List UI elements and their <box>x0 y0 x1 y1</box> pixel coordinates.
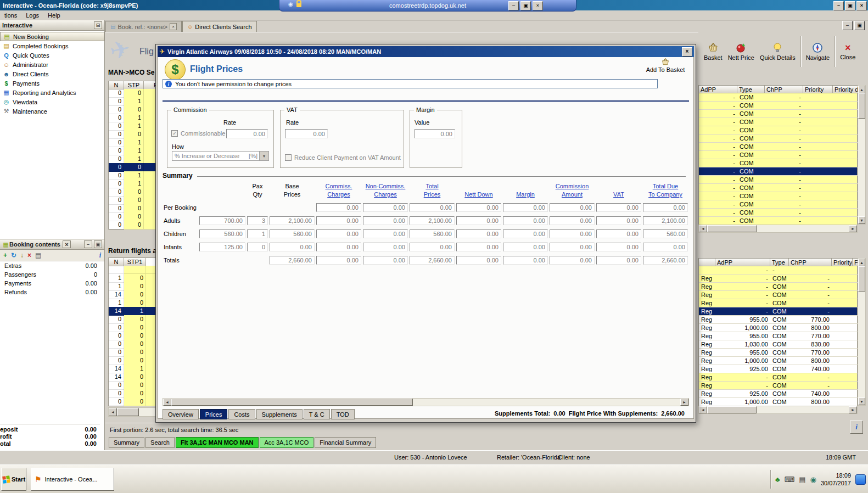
table-row[interactable]: Reg 955.00 COM 770.00 <box>699 316 857 324</box>
summary-column-header[interactable]: Commiss. Charges <box>316 181 361 199</box>
info-button[interactable]: i <box>850 421 863 434</box>
margin-input[interactable]: 0.00 <box>503 229 548 238</box>
table-row[interactable]: - COM - <box>699 143 857 151</box>
document-tab[interactable]: Flt 3A,1C MAN MCO MAN <box>176 437 259 448</box>
taskbar-app-button[interactable]: ⚑ Interactive - Ocea... <box>31 468 114 491</box>
total-prices-input[interactable]: 0.00 <box>410 203 455 212</box>
document-tab[interactable]: Search <box>145 437 175 448</box>
export-icon[interactable]: ▤ <box>35 252 41 259</box>
noncommiss-charges-input[interactable]: 0.00 <box>363 243 408 251</box>
margin-input[interactable]: 0.00 <box>503 216 548 225</box>
table-row[interactable]: - COM - <box>699 151 857 159</box>
refresh-icon[interactable]: ↻ <box>11 252 16 259</box>
minimize-icon[interactable]: – <box>833 1 844 10</box>
commiss-charges-input[interactable]: 0.00 <box>316 256 361 265</box>
commission-amount-input[interactable]: 0.00 <box>550 243 595 251</box>
table-row[interactable]: - COM - <box>699 167 857 176</box>
table-row[interactable]: Reg 955.00 COM 770.00 <box>699 332 857 340</box>
start-button[interactable]: Start <box>1 468 26 491</box>
tray-plant-icon[interactable]: ♣ <box>775 476 780 483</box>
table-row[interactable]: Reg 1,030.00 COM 830.00 <box>699 340 857 349</box>
reduce-vat-checkbox[interactable] <box>285 154 292 161</box>
column-header[interactable]: Priority d <box>833 86 858 93</box>
scroll-left-icon[interactable]: ◄ <box>109 408 117 416</box>
table-row[interactable]: - COM - <box>699 159 857 167</box>
table-row[interactable]: - COM - <box>699 184 857 192</box>
scroll-down-icon[interactable]: ▼ <box>858 216 865 224</box>
scroll-right-icon[interactable]: ► <box>680 399 688 406</box>
column-header[interactable]: Type <box>770 259 789 266</box>
total-due-input[interactable]: 0.00 <box>643 243 688 251</box>
sidebar-item[interactable]: ☻ Direct Clients <box>0 69 104 79</box>
price-input[interactable]: 125.00 <box>199 243 245 251</box>
vat-input[interactable]: 0.00 <box>596 203 641 212</box>
scroll-left-icon[interactable]: ◄ <box>699 225 707 232</box>
table-row[interactable]: - - <box>699 266 857 274</box>
qty-input[interactable]: 3 <box>247 216 268 225</box>
table-row[interactable]: - COM - <box>699 118 857 126</box>
summary-column-header[interactable]: Nett Down <box>456 181 501 199</box>
scroll-right-icon[interactable]: ► <box>849 225 857 232</box>
dialog-tab[interactable]: Supplements <box>256 409 303 419</box>
column-header[interactable]: ChPP <box>765 86 803 93</box>
margin-input[interactable]: 0.00 <box>503 243 548 251</box>
column-header[interactable]: STP1 <box>124 258 146 266</box>
minimize-panel-icon[interactable]: – <box>84 240 92 248</box>
total-prices-input[interactable]: 2,100.00 <box>410 216 455 225</box>
mdi-restore-icon[interactable]: ▣ <box>854 21 865 30</box>
vat-input[interactable]: 0.00 <box>596 243 641 251</box>
table-row[interactable]: Reg 1,000.00 COM 800.00 <box>699 398 857 406</box>
list-item[interactable]: Payments 0.00 <box>0 279 104 288</box>
summary-column-header[interactable]: VAT <box>596 181 641 199</box>
scrollbar-thumb[interactable] <box>117 408 139 416</box>
margin-input[interactable]: 0.00 <box>503 203 548 212</box>
table-row[interactable]: Reg - COM - <box>699 299 857 307</box>
margin-input[interactable]: 0.00 <box>503 256 548 265</box>
summary-column-header[interactable]: Pax Qty <box>247 181 268 199</box>
restore-icon[interactable]: ▣ <box>845 1 855 10</box>
commission-amount-input[interactable]: 0.00 <box>550 229 595 238</box>
column-header[interactable]: Type <box>737 86 765 93</box>
close-icon[interactable]: × <box>856 1 867 10</box>
scroll-up-icon[interactable]: ▲ <box>858 259 865 266</box>
scroll-left-icon[interactable]: ◄ <box>699 406 707 413</box>
qty-input[interactable]: 0 <box>247 243 268 251</box>
table-row[interactable]: - COM - <box>699 176 857 184</box>
chevron-down-icon[interactable]: ▼ <box>259 152 268 160</box>
noncommiss-charges-input[interactable]: 0.00 <box>363 256 408 265</box>
list-item[interactable]: Passengers 0 <box>0 270 104 279</box>
nett-down-input[interactable]: 0.00 <box>456 256 501 265</box>
total-due-input[interactable]: 2,100.00 <box>643 216 688 225</box>
table-row[interactable]: Reg - COM - <box>699 274 857 283</box>
base-prices-input[interactable]: 2,660.00 <box>270 256 315 265</box>
vat-input[interactable]: 0.00 <box>596 256 641 265</box>
dialog-tab[interactable]: Costs <box>228 409 255 419</box>
scrollbar-thumb[interactable] <box>707 406 757 413</box>
commiss-charges-input[interactable]: 0.00 <box>316 216 361 225</box>
document-tab[interactable]: Summary <box>109 437 144 448</box>
dialog-tab[interactable]: Prices <box>200 409 228 419</box>
summary-column-header[interactable]: Margin <box>503 181 548 199</box>
total-due-input[interactable]: 560.00 <box>643 229 688 238</box>
column-header[interactable]: N <box>109 258 124 266</box>
table-row[interactable]: - COM - <box>699 200 857 209</box>
column-header[interactable]: AdPP <box>699 86 737 93</box>
nett-down-input[interactable]: 0.00 <box>456 203 501 212</box>
menu-item[interactable]: Help <box>43 12 65 19</box>
sidebar-item[interactable]: ☺ Administrator <box>0 60 104 69</box>
commission-how-select[interactable]: % Increase or Decrease [%] ▼ <box>172 151 269 161</box>
base-prices-input[interactable]: 0.00 <box>270 243 315 251</box>
delete-icon[interactable]: × <box>27 252 31 259</box>
menu-item[interactable]: tions <box>0 12 21 19</box>
vat-rate-input[interactable]: 0.00 <box>285 129 328 138</box>
table-row[interactable]: - COM - <box>699 93 857 102</box>
column-header[interactable]: N <box>109 81 124 89</box>
summary-column-header[interactable]: Non-Commiss. Charges <box>363 181 408 199</box>
commission-amount-input[interactable]: 0.00 <box>550 203 595 212</box>
table-row[interactable]: Reg - COM - <box>699 283 857 291</box>
table-row[interactable]: Reg 925.00 COM 740.00 <box>699 365 857 373</box>
commiss-charges-input[interactable]: 0.00 <box>316 203 361 212</box>
scroll-up-icon[interactable]: ▲ <box>858 86 865 93</box>
nett-down-input[interactable]: 0.00 <box>456 229 501 238</box>
table-row[interactable]: Reg 955.00 COM 770.00 <box>699 349 857 357</box>
